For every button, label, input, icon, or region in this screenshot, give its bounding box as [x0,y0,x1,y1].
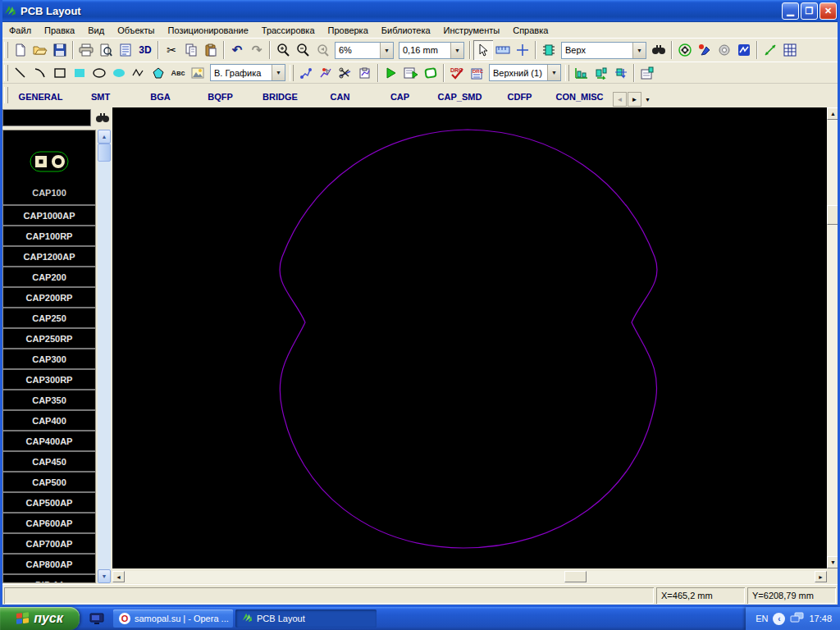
clock[interactable]: 17:48 [809,614,832,623]
tab-scroll-left-button[interactable]: ◄ [613,92,627,107]
via-button[interactable] [675,40,695,60]
pattern-list-item[interactable]: CAP800AP [3,555,95,575]
line-tool-button[interactable] [11,63,30,83]
pattern-list-item[interactable]: CAP250RP [3,329,95,349]
canvas-hscrollbar-thumb[interactable] [564,571,587,582]
pattern-list-item[interactable]: CAP200RP [3,288,95,308]
toolbar-grip[interactable] [4,87,8,103]
paste-button[interactable] [201,40,221,60]
pattern-list-item[interactable]: CAP500AP [3,493,95,514]
pattern-list-item[interactable]: CAP450 [3,452,95,472]
start-button[interactable]: пуск [0,607,80,630]
menu-item[interactable]: Справка [506,24,555,37]
pattern-list-item[interactable]: CAP300RP [3,370,95,390]
tab-list-dropdown[interactable]: ▼ [645,97,651,103]
drc-report-button[interactable]: DRC [467,63,486,83]
library-tab[interactable]: CAN [310,87,370,107]
new-button[interactable] [11,40,30,60]
library-tab[interactable]: BQFP [190,87,250,107]
taskbar-button-pcb-layout[interactable]: PCB Layout [235,609,377,628]
text-tool-button[interactable]: Aвс [168,63,188,83]
menu-item[interactable]: Позиционирование [162,24,255,37]
zoom-combobox[interactable]: 6% ▼ [335,42,394,59]
menu-item[interactable]: Правка [38,24,81,37]
library-tab[interactable]: CON_MISC [550,87,609,107]
zoom-in-button[interactable] [273,40,293,60]
chevron-down-icon[interactable]: ▼ [547,65,560,80]
grid-table-button[interactable] [780,40,800,60]
canvas-hscrollbar[interactable]: ◄ ► [112,571,827,583]
save-button[interactable] [50,40,70,60]
route-properties-button[interactable] [355,63,375,83]
chevron-down-icon[interactable]: ▼ [380,43,393,58]
toolbar-grip[interactable] [4,42,8,58]
menu-item[interactable]: Инструменты [437,24,507,37]
pattern-list-item[interactable]: DIP-14 [3,575,95,583]
search-icon[interactable] [94,110,111,126]
filled-rectangle-tool-button[interactable] [70,63,89,83]
preview-button[interactable] [116,40,135,60]
pattern-list-item[interactable]: CAP1000AP [3,206,95,226]
zoom-out-button[interactable] [293,40,313,60]
toolbar-grip[interactable] [290,65,294,81]
pad-button[interactable] [714,40,734,60]
print-preview-button[interactable] [96,40,116,60]
menu-item[interactable]: Трассировка [255,24,322,37]
pattern-list-item[interactable]: CAP350 [3,390,95,411]
pattern-list-item[interactable]: CAP400AP [3,431,95,452]
library-tab[interactable]: CAP_SMD [430,87,490,107]
minimize-button[interactable]: ▁ [782,2,799,20]
library-tab[interactable]: CAP [370,87,430,107]
graphics-mode-combobox[interactable]: В. Графика ▼ [210,64,285,81]
toolbar-grip[interactable] [4,65,8,81]
auto-placement-button[interactable] [611,63,631,83]
grid-size-combobox[interactable]: 0,16 mm ▼ [399,42,464,59]
scroll-right-icon[interactable]: ► [815,571,827,582]
open-button[interactable] [30,40,50,60]
undo-button[interactable]: ↶ [227,40,247,60]
chevron-down-icon[interactable]: ▼ [632,43,646,58]
scroll-up-icon[interactable]: ▲ [98,130,111,144]
fanout-button[interactable] [695,40,714,60]
library-tab[interactable]: BRIDGE [250,87,310,107]
ratline-tool-button[interactable] [296,63,316,83]
menu-item[interactable]: Вид [81,24,111,37]
canvas-vscrollbar-thumb[interactable] [827,205,839,225]
autoroute-run-button[interactable] [381,63,401,83]
unroute-button[interactable] [336,63,355,83]
quick-launch-icon[interactable] [88,609,106,628]
pattern-list-item[interactable]: CAP100RP [3,226,95,247]
redo-button[interactable]: ↷ [247,40,267,60]
component-placement-button[interactable] [539,40,559,60]
library-tab[interactable]: GENERAL [11,87,71,107]
pattern-list-item[interactable]: CAP250 [3,308,95,329]
update-placement-button[interactable] [591,63,611,83]
drc-check-button[interactable]: DRC [447,63,467,83]
pcb-canvas[interactable] [112,107,827,568]
rectangle-tool-button[interactable] [50,63,70,83]
canvas-vscrollbar[interactable]: ▲ ▼ [827,107,840,568]
menu-item[interactable]: Объекты [111,24,161,37]
copper-pour-button[interactable] [734,40,754,60]
pattern-list-item[interactable]: CAP600AP [3,514,95,534]
scroll-left-icon[interactable]: ◄ [112,571,125,582]
component-properties-button[interactable] [637,63,657,83]
image-tool-button[interactable] [188,63,208,83]
scroll-up-icon[interactable]: ▲ [827,107,839,120]
library-tab[interactable]: BGA [130,87,190,107]
placement-button[interactable] [572,63,591,83]
measure-distance-button[interactable] [760,40,780,60]
pattern-list-item[interactable]: CAP700AP [3,534,95,555]
pattern-list-item[interactable]: CAP1200AP [3,247,95,267]
scroll-down-icon[interactable]: ▼ [827,556,839,568]
library-tab[interactable]: SMT [71,87,130,107]
pattern-list-item[interactable]: CAP500 [3,472,95,493]
cut-button[interactable]: ✂ [162,40,181,60]
route-edit-button[interactable] [316,63,336,83]
filled-ellipse-tool-button[interactable] [109,63,129,83]
chevron-down-icon[interactable]: ▼ [450,43,463,58]
ellipse-tool-button[interactable] [89,63,109,83]
close-button[interactable]: ✕ [819,2,837,20]
autoroute-setup-button[interactable] [401,63,421,83]
polygon-tool-button[interactable] [148,63,168,83]
